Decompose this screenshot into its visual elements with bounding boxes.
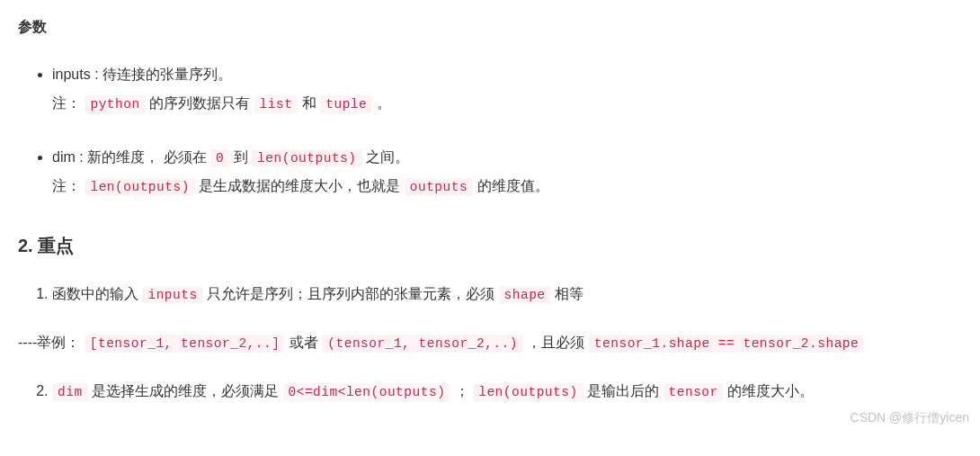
watermark: CSDN @修行僧yicen: [851, 407, 969, 429]
params-list: inputs : 待连接的张量序列。 注： python 的序列数据只有 lis…: [18, 60, 962, 201]
param-inputs-note-label: 注：: [52, 95, 81, 111]
keypoints-list-2: dim 是选择生成的维度，必须满足 0<=dim<len(outputs) ； …: [18, 377, 962, 406]
kp2-t2: ；: [450, 383, 473, 398]
code-shape-eq: tensor_1.shape == tensor_2.shape: [589, 335, 864, 353]
kp1-mid: 只允许是序列；且序列内部的张量元素，必须: [203, 286, 499, 301]
code-tensor-list: [tensor_1, tensor_2,..]: [85, 335, 286, 353]
kp2-t4: 的维度大小。: [724, 383, 814, 398]
param-inputs-note-mid2: 和: [298, 95, 320, 111]
kp1-post: 相等: [551, 286, 584, 301]
param-inputs: inputs : 待连接的张量序列。 注： python 的序列数据只有 lis…: [52, 60, 962, 118]
code-len-outputs: len(outputs): [252, 149, 361, 167]
example-mid2: ，且必须: [523, 335, 589, 350]
code-len-outputs-3: len(outputs): [473, 383, 583, 401]
example-mid1: 或者: [285, 335, 322, 350]
param-dim-note-end: 的维度值。: [473, 178, 548, 193]
keypoints-heading: 2. 重点: [18, 229, 962, 262]
param-dim-desc-mid: 到: [229, 149, 252, 165]
code-shape: shape: [499, 286, 551, 304]
param-dim-note-mid1: 是生成数据的维度大小，也就是: [195, 178, 405, 193]
code-python: python: [85, 95, 145, 113]
keypoints-list: 函数中的输入 inputs 只允许是序列；且序列内部的张量元素，必须 shape…: [18, 280, 962, 308]
code-tuple: tuple: [320, 95, 372, 113]
code-len-outputs-2: len(outputs): [85, 178, 194, 196]
keypoint-2: dim 是选择生成的维度，必须满足 0<=dim<len(outputs) ； …: [52, 377, 962, 406]
code-outputs: outputs: [405, 178, 473, 196]
param-inputs-desc: : 待连接的张量序列。: [91, 67, 232, 82]
code-tensor-tuple: (tensor_1, tensor_2,..): [322, 335, 523, 353]
code-inputs: inputs: [142, 286, 202, 304]
param-dim-desc-before: : 新的维度， 必须在: [76, 149, 210, 165]
params-heading: 参数: [18, 14, 962, 40]
example-line: ----举例： [tensor_1, tensor_2,..] 或者 (tens…: [18, 328, 962, 357]
kp2-t3: 是输出后的: [584, 383, 664, 398]
kp2-t1: 是选择生成的维度，必须满足: [88, 383, 283, 398]
code-tensor: tensor: [664, 383, 724, 401]
param-inputs-name: inputs: [52, 67, 91, 82]
param-dim-desc-after: 之间。: [362, 149, 409, 165]
param-dim-note-label: 注：: [52, 178, 81, 193]
code-zero: 0: [210, 149, 229, 167]
param-inputs-note-mid1: 的序列数据只有: [146, 95, 254, 111]
code-list: list: [254, 95, 298, 113]
param-dim-name: dim: [52, 149, 76, 165]
keypoint-1: 函数中的输入 inputs 只允许是序列；且序列内部的张量元素，必须 shape…: [52, 280, 962, 308]
param-dim: dim : 新的维度， 必须在 0 到 len(outputs) 之间。 注： …: [52, 143, 962, 201]
example-prefix: ----举例：: [18, 335, 80, 350]
kp1-pre: 函数中的输入: [52, 286, 142, 301]
code-dim: dim: [52, 383, 88, 401]
param-inputs-note-end: 。: [372, 95, 390, 111]
code-dim-range: 0<=dim<len(outputs): [283, 383, 451, 401]
